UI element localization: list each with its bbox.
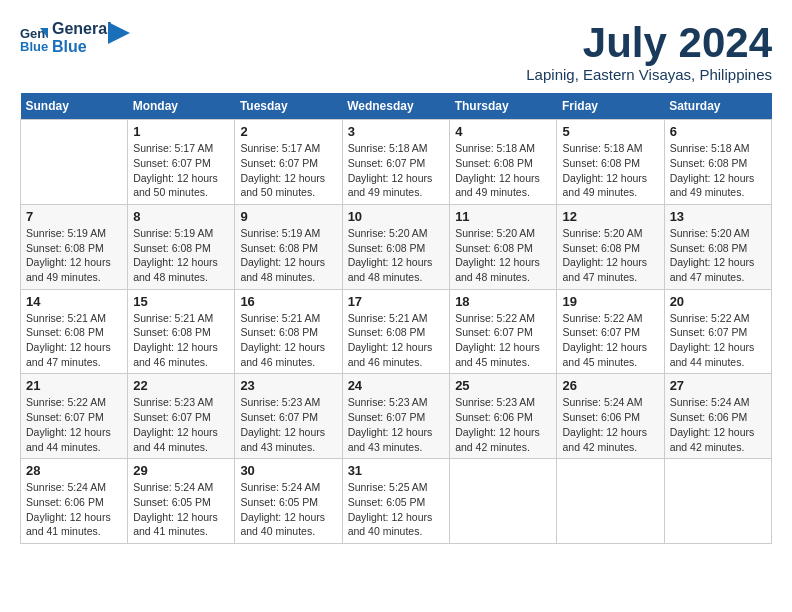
calendar-cell: 16Sunrise: 5:21 AM Sunset: 6:08 PM Dayli…	[235, 289, 342, 374]
day-info: Sunrise: 5:17 AM Sunset: 6:07 PM Dayligh…	[240, 141, 336, 200]
day-number: 12	[562, 209, 658, 224]
calendar-cell	[21, 120, 128, 205]
day-info: Sunrise: 5:21 AM Sunset: 6:08 PM Dayligh…	[348, 311, 445, 370]
calendar-cell: 14Sunrise: 5:21 AM Sunset: 6:08 PM Dayli…	[21, 289, 128, 374]
calendar-cell: 25Sunrise: 5:23 AM Sunset: 6:06 PM Dayli…	[450, 374, 557, 459]
day-number: 2	[240, 124, 336, 139]
weekday-header-wednesday: Wednesday	[342, 93, 450, 120]
day-number: 25	[455, 378, 551, 393]
calendar-cell	[557, 459, 664, 544]
location: Lapinig, Eastern Visayas, Philippines	[526, 66, 772, 83]
day-info: Sunrise: 5:24 AM Sunset: 6:06 PM Dayligh…	[562, 395, 658, 454]
day-number: 11	[455, 209, 551, 224]
calendar-cell: 5Sunrise: 5:18 AM Sunset: 6:08 PM Daylig…	[557, 120, 664, 205]
day-number: 18	[455, 294, 551, 309]
day-info: Sunrise: 5:21 AM Sunset: 6:08 PM Dayligh…	[26, 311, 122, 370]
logo: General Blue General Blue	[20, 20, 130, 55]
calendar-cell: 19Sunrise: 5:22 AM Sunset: 6:07 PM Dayli…	[557, 289, 664, 374]
calendar-week-row: 1Sunrise: 5:17 AM Sunset: 6:07 PM Daylig…	[21, 120, 772, 205]
weekday-header-sunday: Sunday	[21, 93, 128, 120]
day-info: Sunrise: 5:23 AM Sunset: 6:07 PM Dayligh…	[133, 395, 229, 454]
calendar-cell: 9Sunrise: 5:19 AM Sunset: 6:08 PM Daylig…	[235, 204, 342, 289]
calendar-cell: 3Sunrise: 5:18 AM Sunset: 6:07 PM Daylig…	[342, 120, 450, 205]
calendar-cell: 13Sunrise: 5:20 AM Sunset: 6:08 PM Dayli…	[664, 204, 771, 289]
calendar-cell: 12Sunrise: 5:20 AM Sunset: 6:08 PM Dayli…	[557, 204, 664, 289]
day-number: 8	[133, 209, 229, 224]
svg-marker-3	[108, 22, 130, 44]
calendar-cell: 2Sunrise: 5:17 AM Sunset: 6:07 PM Daylig…	[235, 120, 342, 205]
calendar-cell: 30Sunrise: 5:24 AM Sunset: 6:05 PM Dayli…	[235, 459, 342, 544]
day-info: Sunrise: 5:22 AM Sunset: 6:07 PM Dayligh…	[670, 311, 766, 370]
calendar-week-row: 14Sunrise: 5:21 AM Sunset: 6:08 PM Dayli…	[21, 289, 772, 374]
day-info: Sunrise: 5:22 AM Sunset: 6:07 PM Dayligh…	[26, 395, 122, 454]
day-number: 26	[562, 378, 658, 393]
day-info: Sunrise: 5:24 AM Sunset: 6:06 PM Dayligh…	[670, 395, 766, 454]
calendar-cell: 23Sunrise: 5:23 AM Sunset: 6:07 PM Dayli…	[235, 374, 342, 459]
calendar-cell: 6Sunrise: 5:18 AM Sunset: 6:08 PM Daylig…	[664, 120, 771, 205]
day-info: Sunrise: 5:23 AM Sunset: 6:07 PM Dayligh…	[240, 395, 336, 454]
calendar-cell	[664, 459, 771, 544]
weekday-header-thursday: Thursday	[450, 93, 557, 120]
calendar-cell: 17Sunrise: 5:21 AM Sunset: 6:08 PM Dayli…	[342, 289, 450, 374]
day-info: Sunrise: 5:25 AM Sunset: 6:05 PM Dayligh…	[348, 480, 445, 539]
day-number: 1	[133, 124, 229, 139]
day-info: Sunrise: 5:20 AM Sunset: 6:08 PM Dayligh…	[348, 226, 445, 285]
day-info: Sunrise: 5:21 AM Sunset: 6:08 PM Dayligh…	[133, 311, 229, 370]
calendar-cell: 22Sunrise: 5:23 AM Sunset: 6:07 PM Dayli…	[128, 374, 235, 459]
calendar-cell: 7Sunrise: 5:19 AM Sunset: 6:08 PM Daylig…	[21, 204, 128, 289]
day-number: 3	[348, 124, 445, 139]
day-info: Sunrise: 5:19 AM Sunset: 6:08 PM Dayligh…	[240, 226, 336, 285]
day-number: 4	[455, 124, 551, 139]
day-number: 5	[562, 124, 658, 139]
calendar-cell: 31Sunrise: 5:25 AM Sunset: 6:05 PM Dayli…	[342, 459, 450, 544]
day-number: 22	[133, 378, 229, 393]
weekday-header-tuesday: Tuesday	[235, 93, 342, 120]
calendar-cell: 26Sunrise: 5:24 AM Sunset: 6:06 PM Dayli…	[557, 374, 664, 459]
calendar-cell: 1Sunrise: 5:17 AM Sunset: 6:07 PM Daylig…	[128, 120, 235, 205]
day-info: Sunrise: 5:24 AM Sunset: 6:06 PM Dayligh…	[26, 480, 122, 539]
day-number: 30	[240, 463, 336, 478]
calendar-body: 1Sunrise: 5:17 AM Sunset: 6:07 PM Daylig…	[21, 120, 772, 544]
day-info: Sunrise: 5:24 AM Sunset: 6:05 PM Dayligh…	[240, 480, 336, 539]
day-info: Sunrise: 5:20 AM Sunset: 6:08 PM Dayligh…	[455, 226, 551, 285]
month-title: July 2024	[526, 20, 772, 66]
day-info: Sunrise: 5:20 AM Sunset: 6:08 PM Dayligh…	[562, 226, 658, 285]
calendar-header-row: SundayMondayTuesdayWednesdayThursdayFrid…	[21, 93, 772, 120]
day-number: 17	[348, 294, 445, 309]
day-number: 16	[240, 294, 336, 309]
day-number: 28	[26, 463, 122, 478]
day-info: Sunrise: 5:18 AM Sunset: 6:08 PM Dayligh…	[562, 141, 658, 200]
day-number: 31	[348, 463, 445, 478]
day-number: 14	[26, 294, 122, 309]
day-number: 6	[670, 124, 766, 139]
calendar-cell: 29Sunrise: 5:24 AM Sunset: 6:05 PM Dayli…	[128, 459, 235, 544]
day-info: Sunrise: 5:18 AM Sunset: 6:08 PM Dayligh…	[455, 141, 551, 200]
day-info: Sunrise: 5:23 AM Sunset: 6:07 PM Dayligh…	[348, 395, 445, 454]
calendar-cell: 20Sunrise: 5:22 AM Sunset: 6:07 PM Dayli…	[664, 289, 771, 374]
day-info: Sunrise: 5:18 AM Sunset: 6:07 PM Dayligh…	[348, 141, 445, 200]
day-number: 15	[133, 294, 229, 309]
calendar-cell: 18Sunrise: 5:22 AM Sunset: 6:07 PM Dayli…	[450, 289, 557, 374]
day-number: 24	[348, 378, 445, 393]
logo-general: General	[52, 20, 112, 38]
day-number: 19	[562, 294, 658, 309]
day-number: 9	[240, 209, 336, 224]
calendar-cell: 15Sunrise: 5:21 AM Sunset: 6:08 PM Dayli…	[128, 289, 235, 374]
day-number: 10	[348, 209, 445, 224]
calendar-week-row: 7Sunrise: 5:19 AM Sunset: 6:08 PM Daylig…	[21, 204, 772, 289]
calendar-cell: 27Sunrise: 5:24 AM Sunset: 6:06 PM Dayli…	[664, 374, 771, 459]
weekday-header-monday: Monday	[128, 93, 235, 120]
calendar-cell	[450, 459, 557, 544]
weekday-header-saturday: Saturday	[664, 93, 771, 120]
day-info: Sunrise: 5:19 AM Sunset: 6:08 PM Dayligh…	[26, 226, 122, 285]
page-header: General Blue General Blue July 2024 Lapi…	[20, 20, 772, 83]
logo-icon: General Blue	[20, 24, 48, 52]
day-info: Sunrise: 5:24 AM Sunset: 6:05 PM Dayligh…	[133, 480, 229, 539]
day-number: 23	[240, 378, 336, 393]
day-info: Sunrise: 5:23 AM Sunset: 6:06 PM Dayligh…	[455, 395, 551, 454]
calendar-cell: 28Sunrise: 5:24 AM Sunset: 6:06 PM Dayli…	[21, 459, 128, 544]
day-info: Sunrise: 5:22 AM Sunset: 6:07 PM Dayligh…	[562, 311, 658, 370]
day-number: 21	[26, 378, 122, 393]
calendar-cell: 10Sunrise: 5:20 AM Sunset: 6:08 PM Dayli…	[342, 204, 450, 289]
day-number: 13	[670, 209, 766, 224]
